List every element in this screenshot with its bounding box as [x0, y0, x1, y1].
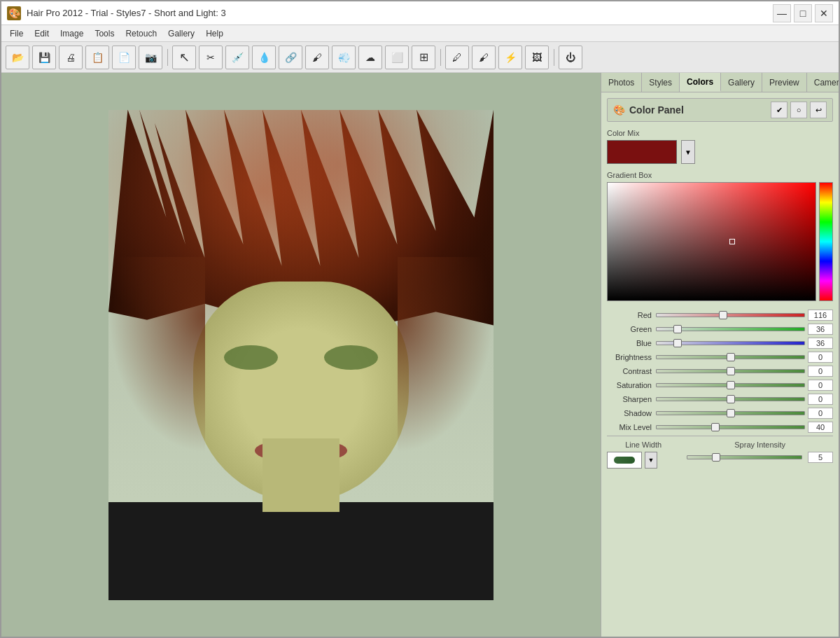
shadow-thumb[interactable]: [727, 409, 735, 417]
tab-colors[interactable]: Colors: [680, 73, 721, 92]
panel-header-buttons: ✔ ○ ↩: [771, 102, 827, 118]
sharpen-thumb[interactable]: [727, 395, 735, 403]
tab-styles[interactable]: Styles: [642, 73, 680, 92]
sliders-container: Red 116 Green: [607, 310, 833, 433]
mix-level-thumb[interactable]: [711, 423, 720, 431]
save-button[interactable]: 💾: [32, 46, 56, 69]
cloud-button[interactable]: ☁: [358, 46, 382, 69]
canvas-area[interactable]: [1, 73, 601, 637]
main-content: Photos Styles Colors Gallery Preview Cam…: [1, 73, 839, 637]
paint-button[interactable]: 🖌: [472, 46, 496, 69]
contrast-value[interactable]: 0: [808, 366, 833, 377]
menu-retouch[interactable]: Retouch: [120, 27, 162, 40]
spray-intensity-thumb[interactable]: [712, 453, 720, 462]
select-button[interactable]: ↖: [172, 46, 196, 69]
crop-button[interactable]: ⊞: [412, 46, 435, 69]
blue-label: Blue: [607, 339, 656, 347]
spray-button[interactable]: 💨: [332, 46, 356, 69]
fill-button[interactable]: 💧: [252, 46, 276, 69]
rect-select-button[interactable]: ⬜: [385, 46, 409, 69]
menu-help[interactable]: Help: [200, 27, 229, 40]
panel-header: 🎨 Color Panel ✔ ○ ↩: [607, 98, 833, 122]
line-width-display[interactable]: [607, 452, 642, 469]
mix-level-label: Mix Level: [607, 423, 656, 431]
green-track[interactable]: [656, 324, 805, 334]
color-dropdown-arrow[interactable]: ▼: [681, 140, 695, 164]
power-button[interactable]: ⏻: [559, 46, 582, 69]
menu-gallery[interactable]: Gallery: [162, 27, 200, 40]
minimize-button[interactable]: —: [773, 4, 791, 22]
line-width-dropdown[interactable]: ▼: [645, 452, 657, 469]
tab-gallery[interactable]: Gallery: [721, 73, 762, 92]
print-button[interactable]: 🖨: [59, 46, 83, 69]
mix-level-value[interactable]: 40: [808, 422, 833, 433]
camera-capture-button[interactable]: 📷: [139, 46, 162, 69]
brightness-track[interactable]: [656, 352, 805, 362]
red-track[interactable]: [656, 310, 805, 320]
shadow-value[interactable]: 0: [808, 408, 833, 419]
tab-preview[interactable]: Preview: [762, 73, 807, 92]
sharpen-label: Sharpen: [607, 395, 656, 403]
panel-back-button[interactable]: ↩: [810, 102, 827, 118]
line-width-col: Line Width ▼: [607, 441, 680, 469]
separator-3: [552, 46, 556, 69]
mix-level-track[interactable]: [656, 422, 805, 432]
airbrush-button[interactable]: 🖊: [445, 46, 469, 69]
menubar: File Edit Image Tools Retouch Gallery He…: [1, 25, 839, 42]
menu-tools[interactable]: Tools: [89, 27, 120, 40]
saturation-track[interactable]: [656, 380, 805, 390]
separator-1: [165, 46, 169, 69]
line-width-label: Line Width: [607, 441, 680, 449]
red-thumb[interactable]: [719, 311, 727, 319]
scissors-button[interactable]: ✂: [199, 46, 223, 69]
saturation-value[interactable]: 0: [808, 380, 833, 391]
contrast-slider-row: Contrast 0: [607, 366, 833, 377]
brightness-value[interactable]: 0: [808, 352, 833, 363]
open-button[interactable]: 📂: [6, 46, 29, 69]
sharpen-track[interactable]: [656, 394, 805, 404]
panel-check-button[interactable]: ✔: [771, 102, 788, 118]
brush-button[interactable]: 🖌: [305, 46, 329, 69]
lightning-button[interactable]: ⚡: [498, 46, 522, 69]
panel-circle-button[interactable]: ○: [790, 102, 807, 118]
color-swatch[interactable]: [607, 140, 677, 164]
maximize-button[interactable]: □: [794, 4, 812, 22]
brightness-label: Brightness: [607, 353, 656, 361]
menu-edit[interactable]: Edit: [29, 27, 55, 40]
sharpen-value[interactable]: 0: [808, 394, 833, 405]
lasso-button[interactable]: 🔗: [279, 46, 302, 69]
saturation-slider-row: Saturation 0: [607, 380, 833, 391]
menu-file[interactable]: File: [4, 27, 29, 40]
tab-camera[interactable]: Camera: [807, 73, 839, 92]
color-panel: 🎨 Color Panel ✔ ○ ↩ Color Mix ▼: [601, 92, 839, 637]
titlebar: 🎨 Hair Pro 2012 - Trial - Styles7 - Shor…: [1, 1, 839, 25]
hue-slider[interactable]: [819, 182, 833, 301]
separator-2: [438, 46, 442, 69]
mix-level-slider-row: Mix Level 40: [607, 422, 833, 433]
blue-track[interactable]: [656, 338, 805, 348]
spray-intensity-value[interactable]: 5: [808, 452, 833, 463]
tab-photos[interactable]: Photos: [601, 73, 642, 92]
spray-intensity-track[interactable]: [687, 452, 802, 462]
contrast-thumb[interactable]: [727, 367, 735, 375]
blue-thumb[interactable]: [673, 339, 682, 347]
gradient-picker[interactable]: [607, 182, 816, 301]
color-mix-label: Color Mix: [607, 129, 833, 137]
saturation-thumb[interactable]: [727, 381, 735, 389]
eyedropper-button[interactable]: 💉: [225, 46, 249, 69]
sharpen-slider-row: Sharpen 0: [607, 394, 833, 405]
effects-button[interactable]: 🖼: [525, 46, 549, 69]
shadow-track[interactable]: [656, 408, 805, 418]
red-value[interactable]: 116: [808, 310, 833, 321]
contrast-track[interactable]: [656, 366, 805, 376]
close-button[interactable]: ✕: [815, 4, 833, 22]
brightness-thumb[interactable]: [727, 353, 735, 361]
blue-value[interactable]: 36: [808, 338, 833, 349]
paste-button[interactable]: 📄: [112, 46, 136, 69]
red-label: Red: [607, 311, 656, 319]
green-value[interactable]: 36: [808, 324, 833, 335]
line-width-inner: [614, 457, 635, 464]
copy-button[interactable]: 📋: [85, 46, 109, 69]
menu-image[interactable]: Image: [55, 27, 89, 40]
green-thumb[interactable]: [673, 325, 682, 333]
